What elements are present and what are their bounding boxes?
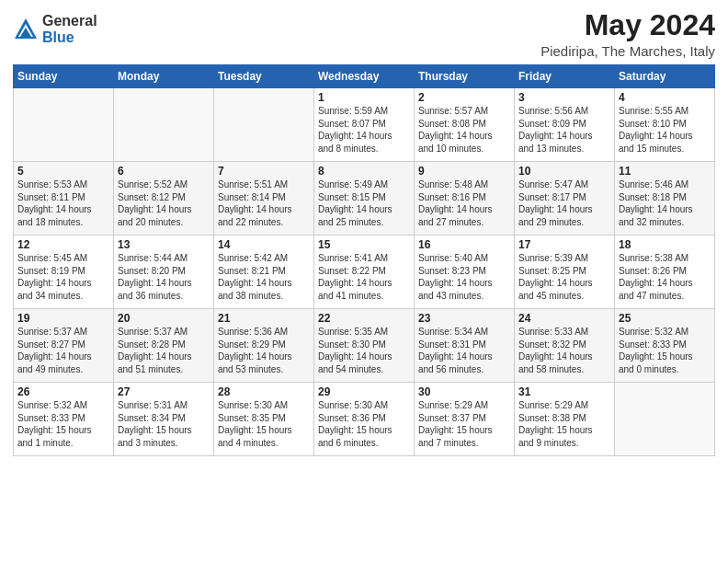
day-number-31: 31	[518, 385, 610, 398]
day-cell-w4-d6: 24Sunrise: 5:33 AMSunset: 8:32 PMDayligh…	[515, 309, 615, 383]
day-cell-w3-d2: 13Sunrise: 5:44 AMSunset: 8:20 PMDayligh…	[114, 236, 214, 309]
logo-general-text: General	[42, 13, 97, 29]
day-number-22: 22	[318, 312, 410, 325]
calendar-header-row: Sunday Monday Tuesday Wednesday Thursday…	[14, 65, 715, 88]
day-info-25: Sunrise: 5:32 AMSunset: 8:33 PMDaylight:…	[619, 326, 711, 375]
day-number-7: 7	[218, 165, 310, 178]
day-number-9: 9	[418, 165, 510, 178]
week-row-5: 26Sunrise: 5:32 AMSunset: 8:33 PMDayligh…	[14, 383, 715, 456]
day-cell-w4-d7: 25Sunrise: 5:32 AMSunset: 8:33 PMDayligh…	[615, 309, 715, 383]
day-number-29: 29	[318, 385, 410, 398]
day-number-16: 16	[418, 238, 510, 251]
day-number-12: 12	[17, 238, 109, 251]
day-cell-w5-d1: 26Sunrise: 5:32 AMSunset: 8:33 PMDayligh…	[14, 383, 114, 456]
day-cell-w1-d6: 3Sunrise: 5:56 AMSunset: 8:09 PMDaylight…	[515, 88, 615, 162]
day-info-24: Sunrise: 5:33 AMSunset: 8:32 PMDaylight:…	[518, 326, 610, 375]
day-number-2: 2	[418, 91, 510, 104]
day-cell-w1-d4: 1Sunrise: 5:59 AMSunset: 8:07 PMDaylight…	[314, 88, 415, 162]
logo: General Blue	[13, 13, 97, 45]
week-row-4: 19Sunrise: 5:37 AMSunset: 8:27 PMDayligh…	[14, 309, 715, 383]
day-cell-w1-d2	[114, 88, 214, 162]
day-cell-w5-d3: 28Sunrise: 5:30 AMSunset: 8:35 PMDayligh…	[214, 383, 314, 456]
day-cell-w2-d4: 8Sunrise: 5:49 AMSunset: 8:15 PMDaylight…	[314, 162, 415, 236]
day-number-11: 11	[619, 165, 711, 178]
day-cell-w4-d1: 19Sunrise: 5:37 AMSunset: 8:27 PMDayligh…	[14, 309, 114, 383]
day-number-13: 13	[118, 238, 210, 251]
subtitle: Piediripa, The Marches, Italy	[540, 43, 715, 59]
day-number-14: 14	[218, 238, 310, 251]
day-info-17: Sunrise: 5:39 AMSunset: 8:25 PMDaylight:…	[518, 252, 610, 302]
col-tuesday: Tuesday	[214, 65, 314, 88]
day-cell-w2-d5: 9Sunrise: 5:48 AMSunset: 8:16 PMDaylight…	[415, 162, 515, 236]
calendar-table: Sunday Monday Tuesday Wednesday Thursday…	[13, 64, 715, 456]
logo-text: General Blue	[42, 13, 97, 45]
col-monday: Monday	[114, 65, 214, 88]
header: General Blue May 2024 Piediripa, The Mar…	[13, 9, 715, 59]
day-info-14: Sunrise: 5:42 AMSunset: 8:21 PMDaylight:…	[218, 252, 310, 302]
day-info-15: Sunrise: 5:41 AMSunset: 8:22 PMDaylight:…	[318, 252, 410, 302]
day-info-23: Sunrise: 5:34 AMSunset: 8:31 PMDaylight:…	[418, 326, 510, 375]
day-number-1: 1	[318, 91, 410, 104]
week-row-3: 12Sunrise: 5:45 AMSunset: 8:19 PMDayligh…	[14, 236, 715, 309]
day-cell-w2-d6: 10Sunrise: 5:47 AMSunset: 8:17 PMDayligh…	[515, 162, 615, 236]
day-number-15: 15	[318, 238, 410, 251]
day-cell-w3-d1: 12Sunrise: 5:45 AMSunset: 8:19 PMDayligh…	[14, 236, 114, 309]
week-row-2: 5Sunrise: 5:53 AMSunset: 8:11 PMDaylight…	[14, 162, 715, 236]
day-info-29: Sunrise: 5:30 AMSunset: 8:36 PMDaylight:…	[318, 399, 410, 449]
day-info-16: Sunrise: 5:40 AMSunset: 8:23 PMDaylight:…	[418, 252, 510, 302]
day-number-4: 4	[619, 91, 711, 104]
day-info-22: Sunrise: 5:35 AMSunset: 8:30 PMDaylight:…	[318, 326, 410, 375]
day-cell-w4-d5: 23Sunrise: 5:34 AMSunset: 8:31 PMDayligh…	[415, 309, 515, 383]
day-number-20: 20	[118, 312, 210, 325]
day-info-18: Sunrise: 5:38 AMSunset: 8:26 PMDaylight:…	[619, 252, 711, 302]
day-info-5: Sunrise: 5:53 AMSunset: 8:11 PMDaylight:…	[17, 178, 109, 228]
day-cell-w5-d7	[615, 383, 715, 456]
day-info-4: Sunrise: 5:55 AMSunset: 8:10 PMDaylight:…	[619, 105, 711, 155]
day-number-3: 3	[518, 91, 610, 104]
col-wednesday: Wednesday	[314, 65, 415, 88]
main-title: May 2024	[540, 9, 715, 41]
day-cell-w1-d7: 4Sunrise: 5:55 AMSunset: 8:10 PMDaylight…	[615, 88, 715, 162]
day-number-30: 30	[418, 385, 510, 398]
week-row-1: 1Sunrise: 5:59 AMSunset: 8:07 PMDaylight…	[14, 88, 715, 162]
title-block: May 2024 Piediripa, The Marches, Italy	[540, 9, 715, 59]
day-cell-w1-d3	[214, 88, 314, 162]
day-info-9: Sunrise: 5:48 AMSunset: 8:16 PMDaylight:…	[418, 178, 510, 228]
day-number-10: 10	[518, 165, 610, 178]
day-number-18: 18	[619, 238, 711, 251]
day-info-3: Sunrise: 5:56 AMSunset: 8:09 PMDaylight:…	[518, 105, 610, 155]
day-info-2: Sunrise: 5:57 AMSunset: 8:08 PMDaylight:…	[418, 105, 510, 155]
day-cell-w3-d5: 16Sunrise: 5:40 AMSunset: 8:23 PMDayligh…	[415, 236, 515, 309]
day-info-27: Sunrise: 5:31 AMSunset: 8:34 PMDaylight:…	[118, 399, 210, 449]
day-info-6: Sunrise: 5:52 AMSunset: 8:12 PMDaylight:…	[118, 178, 210, 228]
day-number-28: 28	[218, 385, 310, 398]
day-cell-w2-d3: 7Sunrise: 5:51 AMSunset: 8:14 PMDaylight…	[214, 162, 314, 236]
day-number-23: 23	[418, 312, 510, 325]
day-number-27: 27	[118, 385, 210, 398]
day-cell-w5-d5: 30Sunrise: 5:29 AMSunset: 8:37 PMDayligh…	[415, 383, 515, 456]
day-cell-w2-d2: 6Sunrise: 5:52 AMSunset: 8:12 PMDaylight…	[114, 162, 214, 236]
day-info-20: Sunrise: 5:37 AMSunset: 8:28 PMDaylight:…	[118, 326, 210, 375]
day-info-13: Sunrise: 5:44 AMSunset: 8:20 PMDaylight:…	[118, 252, 210, 302]
day-number-5: 5	[17, 165, 109, 178]
day-cell-w3-d4: 15Sunrise: 5:41 AMSunset: 8:22 PMDayligh…	[314, 236, 415, 309]
day-cell-w4-d3: 21Sunrise: 5:36 AMSunset: 8:29 PMDayligh…	[214, 309, 314, 383]
day-number-25: 25	[619, 312, 711, 325]
day-number-17: 17	[518, 238, 610, 251]
day-info-19: Sunrise: 5:37 AMSunset: 8:27 PMDaylight:…	[17, 326, 109, 375]
day-number-8: 8	[318, 165, 410, 178]
day-cell-w2-d7: 11Sunrise: 5:46 AMSunset: 8:18 PMDayligh…	[615, 162, 715, 236]
day-number-24: 24	[518, 312, 610, 325]
logo-icon	[13, 17, 39, 42]
day-info-12: Sunrise: 5:45 AMSunset: 8:19 PMDaylight:…	[17, 252, 109, 302]
page: General Blue May 2024 Piediripa, The Mar…	[0, 0, 728, 563]
col-saturday: Saturday	[615, 65, 715, 88]
day-info-26: Sunrise: 5:32 AMSunset: 8:33 PMDaylight:…	[17, 399, 109, 449]
col-thursday: Thursday	[415, 65, 515, 88]
col-friday: Friday	[515, 65, 615, 88]
day-cell-w3-d7: 18Sunrise: 5:38 AMSunset: 8:26 PMDayligh…	[615, 236, 715, 309]
day-number-19: 19	[17, 312, 109, 325]
day-info-1: Sunrise: 5:59 AMSunset: 8:07 PMDaylight:…	[318, 105, 410, 155]
day-cell-w2-d1: 5Sunrise: 5:53 AMSunset: 8:11 PMDaylight…	[14, 162, 114, 236]
day-cell-w5-d6: 31Sunrise: 5:29 AMSunset: 8:38 PMDayligh…	[515, 383, 615, 456]
